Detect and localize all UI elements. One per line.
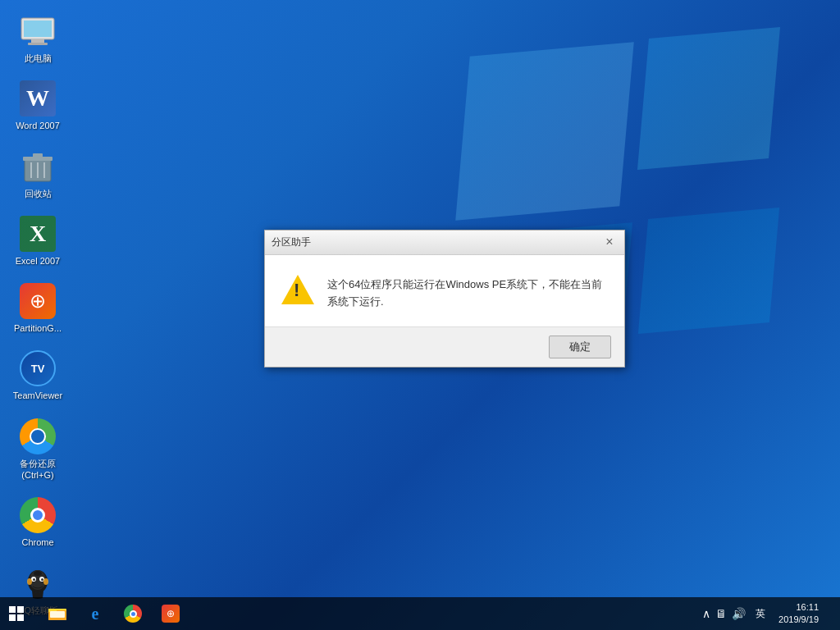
partition-label: PartitionG... <box>14 322 62 334</box>
dialog-close-button[interactable]: × <box>601 234 618 250</box>
taskbar-app-file-explorer[interactable] <box>39 597 75 630</box>
chrome-icon <box>18 495 57 535</box>
teamviewer-label: TeamViewer <box>13 390 62 401</box>
tray-monitor[interactable]: 🖥 <box>715 607 727 620</box>
teamviewer-icon: TV <box>18 349 57 388</box>
svg-point-16 <box>27 578 32 585</box>
taskbar-app-partition-pin[interactable]: ⊕ <box>153 597 189 630</box>
chrome-label: Chrome <box>21 536 53 548</box>
taskbar-right: ∧ 🖥 🔊 英 16:11 2019/9/19 <box>702 600 840 628</box>
desktop-icon-teamviewer[interactable]: TV TeamViewer <box>8 345 67 404</box>
clock[interactable]: 16:11 2019/9/19 <box>775 600 822 628</box>
svg-point-17 <box>43 578 48 585</box>
svg-rect-2 <box>31 39 44 43</box>
partition-icon: ⊕ <box>18 281 57 321</box>
excel-icon: X <box>18 214 57 253</box>
dialog-ok-button[interactable]: 确定 <box>549 336 611 358</box>
start-button[interactable] <box>0 597 33 630</box>
svg-point-15 <box>41 578 43 581</box>
desktop-icons: 此电脑 W Word 2007 <box>8 8 67 619</box>
recycle-label: 回收站 <box>25 188 52 199</box>
this-pc-icon <box>18 11 57 51</box>
system-tray: ∧ 🖥 🔊 <box>702 607 746 620</box>
tray-arrow[interactable]: ∧ <box>702 607 710 620</box>
svg-rect-3 <box>28 43 48 45</box>
word-label: Word 2007 <box>16 120 60 131</box>
taskbar-left: e ⊕ <box>0 597 189 630</box>
svg-rect-20 <box>17 606 24 613</box>
svg-rect-21 <box>9 614 16 621</box>
word-icon: W <box>18 79 57 118</box>
language-button[interactable]: 英 <box>752 605 769 623</box>
taskbar: e ⊕ ∧ 🖥 🔊 英 16:11 201 <box>0 597 840 630</box>
win-pane-top-right <box>637 27 780 170</box>
this-pc-label: 此电脑 <box>25 52 52 64</box>
desktop-icon-this-pc[interactable]: 此电脑 <box>8 8 67 67</box>
backup-icon <box>18 417 57 456</box>
recycle-icon <box>18 147 57 186</box>
svg-rect-19 <box>9 606 16 613</box>
warning-triangle-icon <box>281 275 314 304</box>
desktop: 此电脑 W Word 2007 <box>0 0 840 630</box>
dialog-body: 这个64位程序只能运行在Windows PE系统下，不能在当前系统下运行. <box>265 255 624 327</box>
clock-time: 16:11 <box>778 601 819 614</box>
svg-rect-6 <box>33 153 43 158</box>
clock-date: 2019/9/19 <box>778 614 819 626</box>
svg-rect-22 <box>17 614 24 621</box>
win-pane-top-left <box>455 42 633 220</box>
svg-point-14 <box>33 578 35 581</box>
backup-label: 备份还原 (Ctrl+G) <box>20 458 56 482</box>
tray-volume[interactable]: 🔊 <box>732 607 746 620</box>
taskbar-app-chrome-pin[interactable] <box>115 597 151 630</box>
desktop-icon-partition[interactable]: ⊕ PartitionG... <box>8 278 67 337</box>
dialog-message: 这个64位程序只能运行在Windows PE系统下，不能在当前系统下运行. <box>327 272 608 311</box>
desktop-icon-excel[interactable]: X Excel 2007 <box>8 211 67 270</box>
dialog-title: 分区助手 <box>272 235 311 249</box>
svg-rect-26 <box>50 611 65 618</box>
desktop-icon-word[interactable]: W Word 2007 <box>8 75 67 135</box>
excel-label: Excel 2007 <box>16 255 60 267</box>
desktop-icon-recycle[interactable]: 回收站 <box>8 144 67 203</box>
svg-rect-1 <box>24 21 52 37</box>
desktop-icon-chrome[interactable]: Chrome <box>8 492 67 551</box>
win-pane-bottom-right <box>638 208 779 334</box>
desktop-icon-backup[interactable]: 备份还原 (Ctrl+G) <box>8 413 67 485</box>
taskbar-app-ie[interactable]: e <box>77 597 113 630</box>
dialog-window: 分区助手 × 这个64位程序只能运行在Windows PE系统下，不能在当前系统… <box>264 230 625 368</box>
svg-point-18 <box>34 571 42 576</box>
warning-icon-container <box>281 275 314 304</box>
dialog-footer: 确定 <box>265 326 624 367</box>
dialog-titlebar: 分区助手 × <box>265 231 624 255</box>
